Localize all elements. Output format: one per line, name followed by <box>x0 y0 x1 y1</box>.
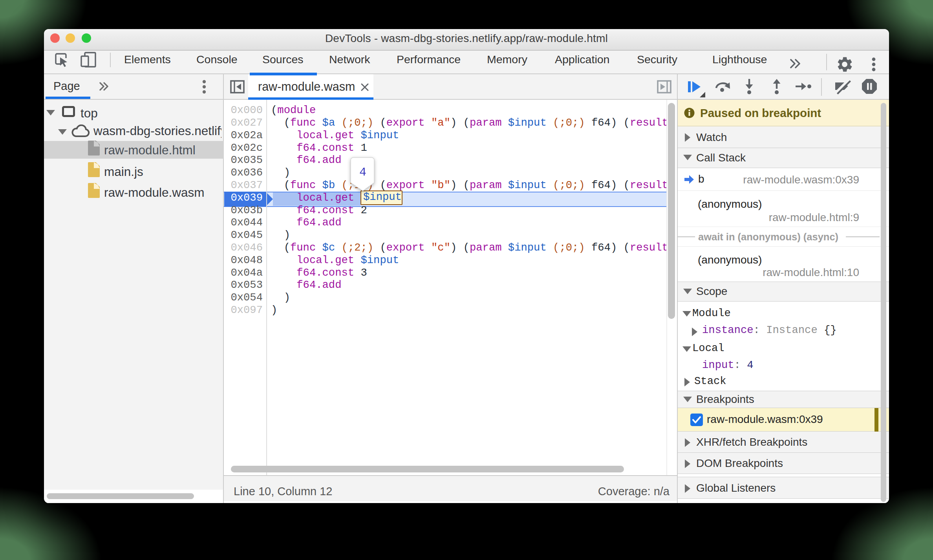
svg-text:4: 4 <box>359 166 366 179</box>
